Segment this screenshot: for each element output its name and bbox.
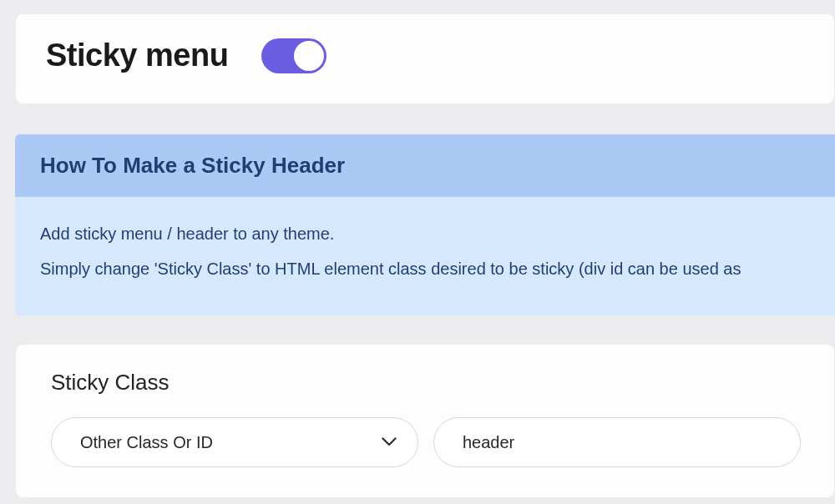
sticky-menu-header-card: Sticky menu (15, 13, 835, 104)
info-panel-body: Add sticky menu / header to any theme. S… (15, 197, 835, 315)
sticky-class-label: Sticky Class (51, 370, 804, 396)
toggle-knob (294, 41, 324, 71)
info-panel: How To Make a Sticky Header Add sticky m… (15, 134, 835, 315)
info-line-2: Simply change 'Sticky Class' to HTML ele… (40, 255, 810, 282)
sticky-class-input[interactable] (433, 417, 801, 467)
settings-card: Sticky Class (15, 344, 835, 498)
sticky-menu-toggle[interactable] (261, 38, 326, 73)
sticky-class-select-wrap (51, 417, 418, 467)
info-line-1: Add sticky menu / header to any theme. (40, 220, 810, 247)
info-panel-header: How To Make a Sticky Header (15, 134, 835, 197)
info-panel-title: How To Make a Sticky Header (40, 153, 810, 179)
page-title: Sticky menu (46, 38, 228, 73)
sticky-class-select[interactable] (51, 417, 418, 467)
sticky-class-row (51, 417, 804, 467)
